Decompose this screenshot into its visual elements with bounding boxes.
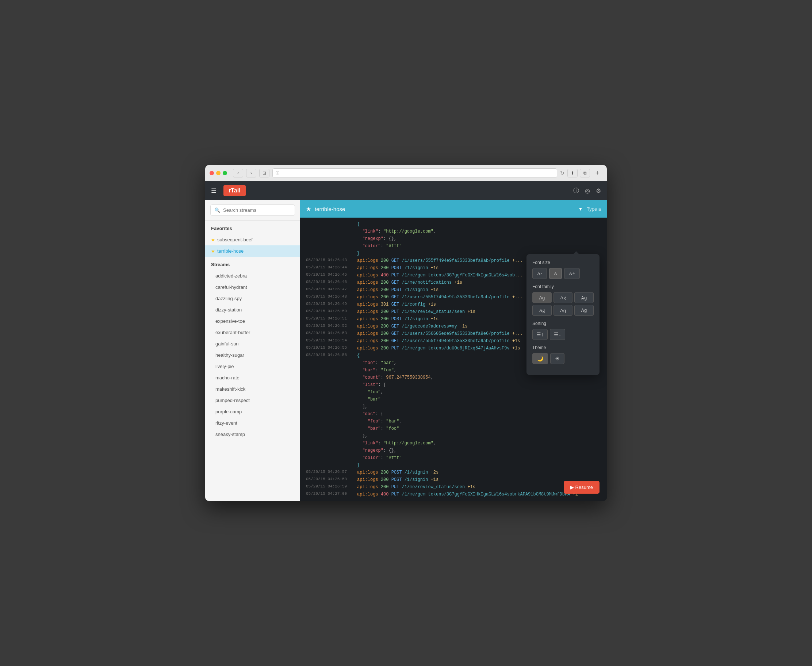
font-size-normal-button[interactable]: A [549,268,562,279]
sidebar-item-pumped-respect[interactable]: pumped-respect [205,395,300,406]
sidebar-item-label: subsequent-beef [217,237,253,242]
reader-view-button[interactable]: ⊡ [259,169,269,178]
sidebar-item-label: sneaky-stamp [216,432,245,437]
sidebar-item-label: healthy-sugar [216,352,244,358]
log-body: "regexp": {}, [357,236,601,242]
log-timestamp [306,462,357,462]
globe-icon[interactable]: ◎ [585,187,590,194]
app-logo[interactable]: rTail [224,185,246,196]
titlebar: ‹ › ⊡ ⓘ ↻ ⬆ ⧉ + [205,165,607,181]
sidebar-item-gainful-sun[interactable]: gainful-sun [205,338,300,349]
log-entry: 05/29/15 04:26:57 api:logs 200 POST /1/s… [300,469,607,476]
settings-icon[interactable]: ⚙ [596,187,601,194]
log-body: "link": "http://google.com", [357,228,601,235]
log-timestamp [306,447,357,448]
settings-popup: Font size A- A A+ Font family Ag A [527,254,600,375]
share-button[interactable]: ⬆ [567,169,578,178]
log-timestamp [306,359,357,360]
sidebar-item-healthy-sugar[interactable]: healthy-sugar [205,349,300,361]
font-family-btn-1[interactable]: Ag [532,292,552,303]
sidebar-item-label: dazzling-spy [216,296,242,301]
close-button[interactable] [209,171,214,175]
sort-desc-button[interactable]: ☰↓ [550,329,565,340]
log-entry: "list": [ [300,381,607,389]
fullscreen-button[interactable]: ⧉ [580,169,590,178]
search-box[interactable]: 🔍 [210,204,295,216]
log-timestamp [306,425,357,426]
log-timestamp: 05/29/15 04:26:44 [306,265,357,269]
sidebar-item-macho-rate[interactable]: macho-rate [205,372,300,383]
resume-button[interactable]: ▶ Resume [564,481,600,494]
log-entry: 05/29/15 04:27:00 api:logs 400 PUT /1/me… [300,491,607,498]
sort-asc-button[interactable]: ☰↑ [532,329,548,340]
log-entry: "foo", [300,389,607,396]
stream-star-icon[interactable]: ★ [306,206,311,213]
app-container: ☰ rTail ⓘ ◎ ⚙ 🔍 Favorites [205,181,607,501]
sidebar-item-label: macho-rate [216,375,239,381]
sidebar-item-label: pumped-respect [216,397,250,403]
info-icon[interactable]: ⓘ [573,187,579,195]
sidebar-item-dazzling-spy[interactable]: dazzling-spy [205,293,300,304]
refresh-button[interactable]: ↻ [560,170,565,176]
sidebar-item-makeshift-kick[interactable]: makeshift-kick [205,383,300,395]
sidebar-item-purple-camp[interactable]: purple-camp [205,406,300,417]
sidebar-item-lively-pie[interactable]: lively-pie [205,361,300,372]
log-timestamp: 05/29/15 04:26:53 [306,330,357,335]
font-size-increase-button[interactable]: A+ [564,268,580,279]
log-entry: "regexp": {}, [300,235,607,242]
log-body: ], [357,404,601,410]
sidebar-item-label: makeshift-kick [216,386,245,392]
log-timestamp [306,221,357,221]
new-tab-button[interactable]: + [592,169,603,178]
log-body: }, [357,433,601,439]
font-family-btn-2[interactable]: Ag [553,292,573,303]
sidebar-item-ritzy-event[interactable]: ritzy-event [205,417,300,429]
log-timestamp [306,382,357,382]
font-family-grid: Ag Ag Ag Ag Ag Ag [532,292,594,316]
font-size-decrease-button[interactable]: A- [532,268,547,279]
log-timestamp: 05/29/15 04:26:46 [306,279,357,284]
font-family-label: Font family [532,284,594,289]
sidebar-item-addicted-zebra[interactable]: addicted-zebra [205,270,300,282]
traffic-lights [209,171,227,175]
maximize-button[interactable] [223,171,227,175]
sidebar-item-expensive-toe[interactable]: expensive-toe [205,315,300,327]
theme-buttons: 🌙 ☀ [532,353,594,364]
log-timestamp: 05/29/15 04:26:58 [306,476,357,481]
search-input[interactable] [223,208,291,213]
font-family-section: Font family Ag Ag Ag Ag Ag Ag [532,284,594,316]
search-container: 🔍 [205,200,300,221]
sidebar-item-careful-hydrant[interactable]: careful-hydrant [205,282,300,293]
font-family-btn-5[interactable]: Ag [553,305,573,316]
sidebar-item-subsequent-beef[interactable]: ★ subsequent-beef [205,234,300,246]
sidebar-item-sneaky-stamp[interactable]: sneaky-stamp [205,429,300,440]
sidebar-item-exuberant-butter[interactable]: exuberant-butter [205,327,300,338]
log-entry: "link": "http://google.com", [300,440,607,447]
log-entry: ], [300,403,607,410]
minimize-button[interactable] [216,171,221,175]
address-bar[interactable]: ⓘ [272,168,557,178]
hamburger-icon[interactable]: ☰ [211,187,216,194]
filter-icon[interactable]: ▼ [578,206,583,212]
sidebar-item-terrible-hose[interactable]: ★ terrible-hose [205,246,300,257]
app-header: ☰ rTail ⓘ ◎ ⚙ [205,181,607,200]
theme-section: Theme 🌙 ☀ [532,345,594,364]
font-size-buttons: A- A A+ [532,268,594,279]
forward-button[interactable]: › [246,169,256,178]
light-theme-button[interactable]: ☀ [550,353,565,364]
log-body: "bar": "foo" [357,425,601,432]
font-family-btn-3[interactable]: Ag [574,292,594,303]
log-body: "doc": { [357,411,601,417]
log-timestamp: 05/29/15 04:26:51 [306,316,357,321]
font-family-btn-4[interactable]: Ag [532,305,552,316]
font-family-btn-6[interactable]: Ag [574,305,594,316]
app-window: ‹ › ⊡ ⓘ ↻ ⬆ ⧉ + ☰ rTail ⓘ ◎ ⚙ [205,165,607,501]
back-button[interactable]: ‹ [233,169,243,178]
log-body: api:logs 200 POST /1/signin +2s [357,469,601,476]
dark-theme-button[interactable]: 🌙 [532,353,548,364]
sidebar-item-label: gainful-sun [216,341,239,346]
sidebar-item-dizzy-station[interactable]: dizzy-station [205,304,300,315]
log-timestamp: 05/29/15 04:26:55 [306,345,357,350]
theme-label: Theme [532,345,594,350]
log-timestamp: 05/29/15 04:26:49 [306,301,357,306]
